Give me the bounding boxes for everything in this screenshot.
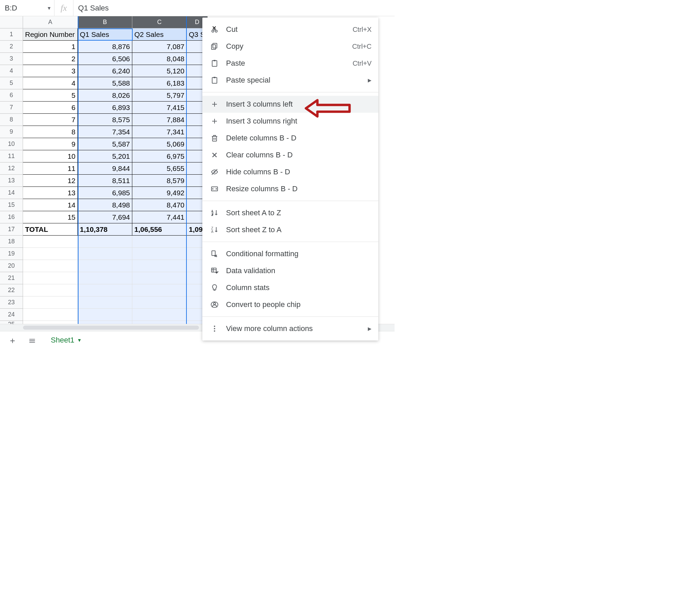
column-header-b[interactable]: B [78, 16, 132, 28]
row-header-10[interactable]: 10 [0, 138, 23, 150]
cell[interactable]: 7,354 [78, 126, 132, 138]
cell[interactable] [132, 309, 187, 321]
select-all-corner[interactable] [0, 16, 23, 28]
cell[interactable]: 12 [23, 175, 78, 187]
cell[interactable]: 5 [23, 89, 78, 101]
row-header-19[interactable]: 19 [0, 248, 23, 260]
cell[interactable]: 8,498 [78, 199, 132, 211]
cell[interactable]: 6 [23, 101, 78, 114]
cell[interactable]: 8,470 [132, 199, 187, 211]
cell[interactable]: 8,575 [78, 114, 132, 126]
cell[interactable]: 5,069 [132, 138, 187, 150]
cell[interactable]: 14 [23, 199, 78, 211]
cell[interactable]: 6,240 [78, 65, 132, 77]
menu-item-paste[interactable]: PasteCtrl+V [202, 55, 378, 72]
sheet-tab-sheet1[interactable]: Sheet1 ▼ [46, 334, 87, 348]
menu-item-resize-columns-b-d[interactable]: Resize columns B - D [202, 180, 378, 197]
menu-item-paste-special[interactable]: Paste special▶ [202, 72, 378, 89]
cell[interactable]: 4 [23, 77, 78, 89]
row-header-14[interactable]: 14 [0, 187, 23, 199]
cell[interactable]: 7 [23, 114, 78, 126]
cell[interactable] [132, 260, 187, 272]
row-header-11[interactable]: 11 [0, 150, 23, 162]
cell[interactable] [78, 284, 132, 296]
cell[interactable]: 6,506 [78, 53, 132, 65]
cell[interactable] [132, 272, 187, 284]
cell[interactable] [132, 235, 187, 248]
cell[interactable]: 5,201 [78, 150, 132, 162]
cell[interactable]: 8,579 [132, 175, 187, 187]
row-header-3[interactable]: 3 [0, 53, 23, 65]
cell[interactable]: 6,975 [132, 150, 187, 162]
cell[interactable]: 3 [23, 65, 78, 77]
cell[interactable]: Region Number [23, 28, 78, 41]
cell[interactable]: 8,026 [78, 89, 132, 101]
cell[interactable]: TOTAL [23, 224, 78, 235]
cell[interactable]: 7,884 [132, 114, 187, 126]
row-header-6[interactable]: 6 [0, 89, 23, 101]
cell[interactable] [23, 284, 78, 296]
cell[interactable] [23, 321, 78, 324]
row-header-4[interactable]: 4 [0, 65, 23, 77]
cell[interactable] [78, 260, 132, 272]
cell[interactable]: Q2 Sales [132, 28, 187, 41]
menu-item-insert-3-columns-left[interactable]: Insert 3 columns left [202, 96, 378, 113]
cell[interactable]: 8 [23, 126, 78, 138]
menu-item-conditional-formatting[interactable]: Conditional formatting [202, 245, 378, 262]
cell[interactable]: 5,797 [132, 89, 187, 101]
row-header-24[interactable]: 24 [0, 309, 23, 321]
row-header-13[interactable]: 13 [0, 175, 23, 187]
cell[interactable]: 9,844 [78, 162, 132, 175]
cell[interactable]: 5,655 [132, 162, 187, 175]
cell[interactable] [132, 321, 187, 324]
row-header-16[interactable]: 16 [0, 211, 23, 224]
cell[interactable] [23, 296, 78, 309]
cell[interactable]: 1 [23, 41, 78, 53]
row-header-8[interactable]: 8 [0, 114, 23, 126]
menu-item-sort-sheet-z-to-a[interactable]: ZASort sheet Z to A [202, 222, 378, 238]
cell[interactable]: 6,985 [78, 187, 132, 199]
cell[interactable]: 6,893 [78, 101, 132, 114]
formula-input[interactable]: Q1 Sales [74, 4, 393, 13]
cell[interactable]: 7,415 [132, 101, 187, 114]
row-header-21[interactable]: 21 [0, 272, 23, 284]
add-sheet-button[interactable] [7, 335, 18, 347]
row-header-1[interactable]: 1 [0, 28, 23, 41]
menu-item-clear-columns-b-d[interactable]: Clear columns B - D [202, 147, 378, 163]
row-header-9[interactable]: 9 [0, 126, 23, 138]
column-header-c[interactable]: C [132, 16, 187, 28]
cell[interactable] [78, 321, 132, 324]
cell[interactable]: 10 [23, 150, 78, 162]
menu-item-convert-to-people-chip[interactable]: Convert to people chip [202, 296, 378, 313]
cell[interactable] [78, 296, 132, 309]
cell[interactable] [78, 309, 132, 321]
cell[interactable]: Q1 Sales [78, 28, 132, 41]
menu-item-data-validation[interactable]: Data validation [202, 262, 378, 279]
menu-item-delete-columns-b-d[interactable]: Delete columns B - D [202, 130, 378, 147]
cell[interactable] [23, 235, 78, 248]
all-sheets-button[interactable] [26, 335, 38, 347]
row-header-18[interactable]: 18 [0, 235, 23, 248]
cell[interactable] [23, 309, 78, 321]
row-header-20[interactable]: 20 [0, 260, 23, 272]
cell[interactable] [132, 296, 187, 309]
column-header-a[interactable]: A [23, 16, 78, 28]
cell[interactable] [78, 248, 132, 260]
cell[interactable]: 2 [23, 53, 78, 65]
cell[interactable]: 8,048 [132, 53, 187, 65]
cell[interactable]: 7,341 [132, 126, 187, 138]
row-header-22[interactable]: 22 [0, 284, 23, 296]
menu-item-cut[interactable]: CutCtrl+X [202, 21, 378, 38]
cell[interactable]: 13 [23, 187, 78, 199]
row-header-15[interactable]: 15 [0, 199, 23, 211]
cell[interactable]: 1,06,556 [132, 224, 187, 235]
cell[interactable]: 5,120 [132, 65, 187, 77]
cell[interactable]: 8,876 [78, 41, 132, 53]
cell[interactable]: 6,183 [132, 77, 187, 89]
cell[interactable]: 7,441 [132, 211, 187, 224]
menu-item-insert-3-columns-right[interactable]: Insert 3 columns right [202, 113, 378, 130]
row-header-5[interactable]: 5 [0, 77, 23, 89]
cell[interactable] [78, 272, 132, 284]
cell[interactable]: 7,694 [78, 211, 132, 224]
row-header-2[interactable]: 2 [0, 41, 23, 53]
